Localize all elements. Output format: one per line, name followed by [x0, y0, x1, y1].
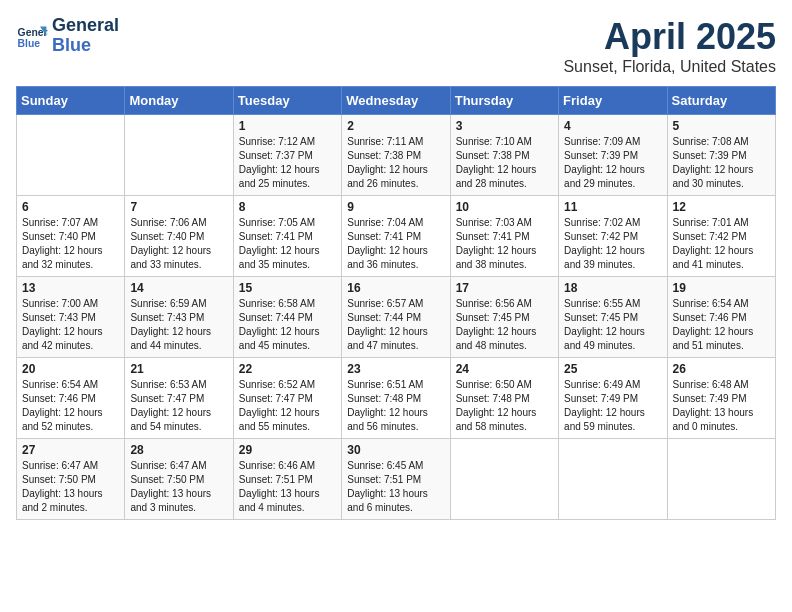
sunset-label: Sunset: 7:45 PM	[456, 312, 530, 323]
daylight-label: Daylight: 13 hours and 2 minutes.	[22, 488, 103, 513]
day-number: 7	[130, 200, 227, 214]
day-info: Sunrise: 7:01 AM Sunset: 7:42 PM Dayligh…	[673, 216, 770, 272]
calendar-cell: 8 Sunrise: 7:05 AM Sunset: 7:41 PM Dayli…	[233, 196, 341, 277]
daylight-label: Daylight: 12 hours and 55 minutes.	[239, 407, 320, 432]
sunrise-label: Sunrise: 6:45 AM	[347, 460, 423, 471]
day-number: 13	[22, 281, 119, 295]
daylight-label: Daylight: 12 hours and 38 minutes.	[456, 245, 537, 270]
sunset-label: Sunset: 7:40 PM	[22, 231, 96, 242]
sunset-label: Sunset: 7:46 PM	[22, 393, 96, 404]
logo-line2: Blue	[52, 36, 119, 56]
day-info: Sunrise: 6:59 AM Sunset: 7:43 PM Dayligh…	[130, 297, 227, 353]
calendar-cell: 12 Sunrise: 7:01 AM Sunset: 7:42 PM Dayl…	[667, 196, 775, 277]
sunset-label: Sunset: 7:50 PM	[130, 474, 204, 485]
day-number: 11	[564, 200, 661, 214]
daylight-label: Daylight: 12 hours and 58 minutes.	[456, 407, 537, 432]
daylight-label: Daylight: 12 hours and 48 minutes.	[456, 326, 537, 351]
sunset-label: Sunset: 7:49 PM	[673, 393, 747, 404]
calendar-cell: 13 Sunrise: 7:00 AM Sunset: 7:43 PM Dayl…	[17, 277, 125, 358]
day-info: Sunrise: 6:53 AM Sunset: 7:47 PM Dayligh…	[130, 378, 227, 434]
sunrise-label: Sunrise: 7:08 AM	[673, 136, 749, 147]
sunset-label: Sunset: 7:41 PM	[239, 231, 313, 242]
sunrise-label: Sunrise: 7:11 AM	[347, 136, 423, 147]
day-info: Sunrise: 6:47 AM Sunset: 7:50 PM Dayligh…	[22, 459, 119, 515]
day-info: Sunrise: 7:03 AM Sunset: 7:41 PM Dayligh…	[456, 216, 553, 272]
calendar-cell	[125, 115, 233, 196]
calendar-cell: 4 Sunrise: 7:09 AM Sunset: 7:39 PM Dayli…	[559, 115, 667, 196]
day-info: Sunrise: 7:09 AM Sunset: 7:39 PM Dayligh…	[564, 135, 661, 191]
weekday-tuesday: Tuesday	[233, 87, 341, 115]
day-info: Sunrise: 6:57 AM Sunset: 7:44 PM Dayligh…	[347, 297, 444, 353]
daylight-label: Daylight: 12 hours and 25 minutes.	[239, 164, 320, 189]
calendar-cell: 28 Sunrise: 6:47 AM Sunset: 7:50 PM Dayl…	[125, 439, 233, 520]
weekday-monday: Monday	[125, 87, 233, 115]
sunset-label: Sunset: 7:41 PM	[347, 231, 421, 242]
day-number: 30	[347, 443, 444, 457]
daylight-label: Daylight: 13 hours and 3 minutes.	[130, 488, 211, 513]
sunset-label: Sunset: 7:41 PM	[456, 231, 530, 242]
sunset-label: Sunset: 7:39 PM	[564, 150, 638, 161]
sunrise-label: Sunrise: 7:01 AM	[673, 217, 749, 228]
daylight-label: Daylight: 12 hours and 33 minutes.	[130, 245, 211, 270]
day-info: Sunrise: 7:08 AM Sunset: 7:39 PM Dayligh…	[673, 135, 770, 191]
sunrise-label: Sunrise: 7:03 AM	[456, 217, 532, 228]
calendar-cell: 15 Sunrise: 6:58 AM Sunset: 7:44 PM Dayl…	[233, 277, 341, 358]
daylight-label: Daylight: 12 hours and 47 minutes.	[347, 326, 428, 351]
calendar-cell: 7 Sunrise: 7:06 AM Sunset: 7:40 PM Dayli…	[125, 196, 233, 277]
day-info: Sunrise: 7:07 AM Sunset: 7:40 PM Dayligh…	[22, 216, 119, 272]
sunrise-label: Sunrise: 6:51 AM	[347, 379, 423, 390]
day-number: 28	[130, 443, 227, 457]
daylight-label: Daylight: 13 hours and 6 minutes.	[347, 488, 428, 513]
day-number: 8	[239, 200, 336, 214]
day-number: 21	[130, 362, 227, 376]
weekday-saturday: Saturday	[667, 87, 775, 115]
sunrise-label: Sunrise: 6:49 AM	[564, 379, 640, 390]
calendar-cell: 3 Sunrise: 7:10 AM Sunset: 7:38 PM Dayli…	[450, 115, 558, 196]
day-info: Sunrise: 6:47 AM Sunset: 7:50 PM Dayligh…	[130, 459, 227, 515]
day-info: Sunrise: 7:00 AM Sunset: 7:43 PM Dayligh…	[22, 297, 119, 353]
day-number: 4	[564, 119, 661, 133]
daylight-label: Daylight: 12 hours and 32 minutes.	[22, 245, 103, 270]
sunrise-label: Sunrise: 6:58 AM	[239, 298, 315, 309]
sunrise-label: Sunrise: 6:46 AM	[239, 460, 315, 471]
daylight-label: Daylight: 13 hours and 0 minutes.	[673, 407, 754, 432]
sunrise-label: Sunrise: 6:48 AM	[673, 379, 749, 390]
header: General Blue General Blue April 2025 Sun…	[16, 16, 776, 76]
daylight-label: Daylight: 12 hours and 59 minutes.	[564, 407, 645, 432]
day-info: Sunrise: 6:52 AM Sunset: 7:47 PM Dayligh…	[239, 378, 336, 434]
weekday-wednesday: Wednesday	[342, 87, 450, 115]
sunrise-label: Sunrise: 6:56 AM	[456, 298, 532, 309]
sunrise-label: Sunrise: 6:59 AM	[130, 298, 206, 309]
daylight-label: Daylight: 12 hours and 45 minutes.	[239, 326, 320, 351]
day-number: 1	[239, 119, 336, 133]
sunset-label: Sunset: 7:43 PM	[22, 312, 96, 323]
calendar-cell: 22 Sunrise: 6:52 AM Sunset: 7:47 PM Dayl…	[233, 358, 341, 439]
sunset-label: Sunset: 7:46 PM	[673, 312, 747, 323]
sunrise-label: Sunrise: 6:57 AM	[347, 298, 423, 309]
location-subtitle: Sunset, Florida, United States	[563, 58, 776, 76]
day-info: Sunrise: 6:54 AM Sunset: 7:46 PM Dayligh…	[22, 378, 119, 434]
daylight-label: Daylight: 12 hours and 44 minutes.	[130, 326, 211, 351]
day-number: 26	[673, 362, 770, 376]
sunset-label: Sunset: 7:38 PM	[456, 150, 530, 161]
day-info: Sunrise: 6:45 AM Sunset: 7:51 PM Dayligh…	[347, 459, 444, 515]
weekday-sunday: Sunday	[17, 87, 125, 115]
day-number: 16	[347, 281, 444, 295]
day-number: 22	[239, 362, 336, 376]
sunset-label: Sunset: 7:47 PM	[239, 393, 313, 404]
day-info: Sunrise: 6:51 AM Sunset: 7:48 PM Dayligh…	[347, 378, 444, 434]
sunset-label: Sunset: 7:49 PM	[564, 393, 638, 404]
calendar-cell: 14 Sunrise: 6:59 AM Sunset: 7:43 PM Dayl…	[125, 277, 233, 358]
sunrise-label: Sunrise: 7:05 AM	[239, 217, 315, 228]
day-number: 29	[239, 443, 336, 457]
day-info: Sunrise: 7:02 AM Sunset: 7:42 PM Dayligh…	[564, 216, 661, 272]
calendar-cell: 20 Sunrise: 6:54 AM Sunset: 7:46 PM Dayl…	[17, 358, 125, 439]
day-info: Sunrise: 6:46 AM Sunset: 7:51 PM Dayligh…	[239, 459, 336, 515]
day-number: 10	[456, 200, 553, 214]
day-number: 20	[22, 362, 119, 376]
daylight-label: Daylight: 12 hours and 36 minutes.	[347, 245, 428, 270]
day-number: 2	[347, 119, 444, 133]
sunrise-label: Sunrise: 6:47 AM	[22, 460, 98, 471]
sunset-label: Sunset: 7:50 PM	[22, 474, 96, 485]
day-info: Sunrise: 6:50 AM Sunset: 7:48 PM Dayligh…	[456, 378, 553, 434]
